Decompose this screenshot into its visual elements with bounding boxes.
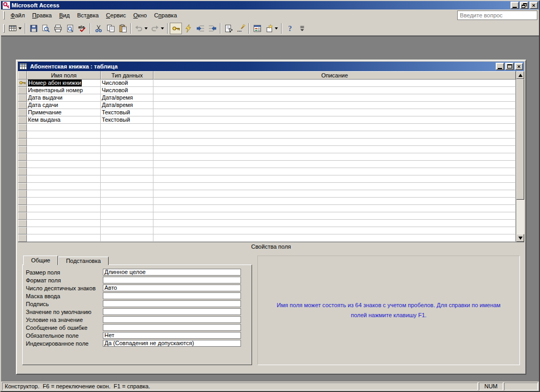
table-maximize-button[interactable] <box>505 63 514 70</box>
field-description-cell[interactable] <box>153 94 516 102</box>
cut-button[interactable] <box>92 23 104 34</box>
row-selector[interactable] <box>18 183 27 190</box>
field-name-cell[interactable] <box>27 190 101 198</box>
field-name-cell[interactable] <box>27 139 101 146</box>
new-object-button[interactable] <box>263 23 279 34</box>
field-description-cell[interactable] <box>153 109 516 116</box>
table-window-titlebar[interactable]: Абонентская книжка : таблица × <box>18 62 524 71</box>
field-name-cell[interactable] <box>27 168 101 175</box>
row-selector[interactable] <box>18 146 27 153</box>
row-selector[interactable] <box>18 109 27 116</box>
scrollbar-thumb[interactable] <box>516 79 524 200</box>
property-value-field[interactable]: Нет <box>103 332 241 339</box>
close-button[interactable]: × <box>529 2 538 9</box>
field-name-cell[interactable] <box>27 227 101 234</box>
row-selector[interactable] <box>18 153 27 161</box>
toolbar-drag-handle[interactable] <box>3 24 5 33</box>
row-selector[interactable] <box>18 220 27 227</box>
vertical-scrollbar[interactable] <box>516 71 524 242</box>
primary-key-button[interactable] <box>170 23 182 34</box>
restore-button[interactable] <box>520 2 528 9</box>
field-description-cell[interactable] <box>153 102 516 109</box>
field-type-cell[interactable] <box>101 212 153 220</box>
field-name-cell[interactable] <box>27 124 101 131</box>
menu-drag-handle[interactable] <box>3 11 5 19</box>
field-description-cell[interactable] <box>153 124 516 131</box>
field-name-cell[interactable] <box>27 198 101 205</box>
app-titlebar[interactable]: Microsoft Access × <box>1 1 539 9</box>
field-name-cell[interactable]: Дата сдачи <box>27 102 101 109</box>
field-description-cell[interactable] <box>153 190 516 198</box>
row-selector-header[interactable] <box>18 71 27 80</box>
field-description-cell[interactable] <box>153 146 516 153</box>
field-name-cell[interactable] <box>27 146 101 153</box>
properties-button[interactable] <box>223 23 235 34</box>
field-type-cell[interactable] <box>101 168 153 175</box>
property-value-field[interactable] <box>103 324 241 331</box>
property-value-field[interactable]: Авто <box>103 285 241 291</box>
row-selector[interactable] <box>18 124 27 131</box>
scroll-down-button[interactable] <box>516 234 524 242</box>
field-description-cell[interactable] <box>153 205 516 212</box>
field-type-cell[interactable] <box>101 183 153 190</box>
table-minimize-button[interactable] <box>496 63 504 70</box>
field-description-cell[interactable] <box>153 80 516 87</box>
row-selector[interactable] <box>18 234 27 242</box>
field-type-cell[interactable]: Дата/время <box>101 102 153 109</box>
menu-file[interactable]: Файл <box>7 10 28 21</box>
field-name-cell[interactable] <box>27 220 101 227</box>
field-description-cell[interactable] <box>153 116 516 124</box>
field-name-cell[interactable] <box>27 234 101 242</box>
row-selector[interactable] <box>18 87 27 94</box>
field-description-cell[interactable] <box>153 153 516 161</box>
access-app-icon[interactable] <box>3 2 10 9</box>
field-type-cell[interactable] <box>101 227 153 234</box>
field-name-cell[interactable] <box>27 161 101 168</box>
field-name-cell[interactable] <box>27 183 101 190</box>
field-description-cell[interactable] <box>153 183 516 190</box>
field-name-cell[interactable]: Кем выдана <box>27 116 101 124</box>
field-name-cell[interactable] <box>27 205 101 212</box>
insert-rows-button[interactable] <box>194 23 206 34</box>
spelling-button[interactable]: абв <box>76 23 88 34</box>
field-name-cell[interactable] <box>27 212 101 220</box>
field-type-cell[interactable] <box>101 131 153 139</box>
property-value-field[interactable] <box>103 277 241 283</box>
minimize-button[interactable] <box>510 2 519 9</box>
menu-window[interactable]: Окно <box>130 10 151 21</box>
field-type-cell[interactable]: Дата/время <box>101 94 153 102</box>
row-selector[interactable] <box>18 102 27 109</box>
print-preview-button[interactable] <box>64 23 76 34</box>
field-description-cell[interactable] <box>153 139 516 146</box>
field-description-cell[interactable] <box>153 227 516 234</box>
table-close-button[interactable]: × <box>515 63 523 70</box>
column-header-0[interactable]: Имя поля <box>27 71 101 80</box>
scrollbar-track[interactable] <box>516 79 524 234</box>
field-type-cell[interactable]: Текстовый <box>101 116 153 124</box>
field-type-cell[interactable] <box>101 175 153 183</box>
row-selector[interactable] <box>18 131 27 139</box>
field-description-cell[interactable] <box>153 131 516 139</box>
field-type-cell[interactable] <box>101 234 153 242</box>
field-description-cell[interactable] <box>153 220 516 227</box>
indexes-button[interactable] <box>182 23 194 34</box>
toolbar-options-button[interactable] <box>296 23 308 34</box>
field-type-cell[interactable] <box>101 198 153 205</box>
save-button[interactable] <box>27 23 40 34</box>
field-name-cell[interactable] <box>27 153 101 161</box>
field-name-cell[interactable]: Дата выдачи <box>27 94 101 102</box>
field-description-cell[interactable] <box>153 175 516 183</box>
field-name-cell[interactable]: Инвентарный номер <box>27 87 101 94</box>
row-selector[interactable] <box>18 227 27 234</box>
field-type-cell[interactable] <box>101 124 153 131</box>
property-value-field[interactable] <box>103 316 241 323</box>
menu-insert[interactable]: Вставка <box>73 10 102 21</box>
field-name-cell[interactable]: Номер абон книжки <box>27 80 101 87</box>
view-design-button[interactable] <box>7 23 23 34</box>
row-selector[interactable] <box>18 116 27 124</box>
help-button[interactable]: ? <box>284 23 296 34</box>
property-value-field[interactable] <box>103 308 241 315</box>
tab-general[interactable]: Общие <box>23 256 58 265</box>
print-button[interactable] <box>52 23 64 34</box>
field-type-cell[interactable] <box>101 139 153 146</box>
